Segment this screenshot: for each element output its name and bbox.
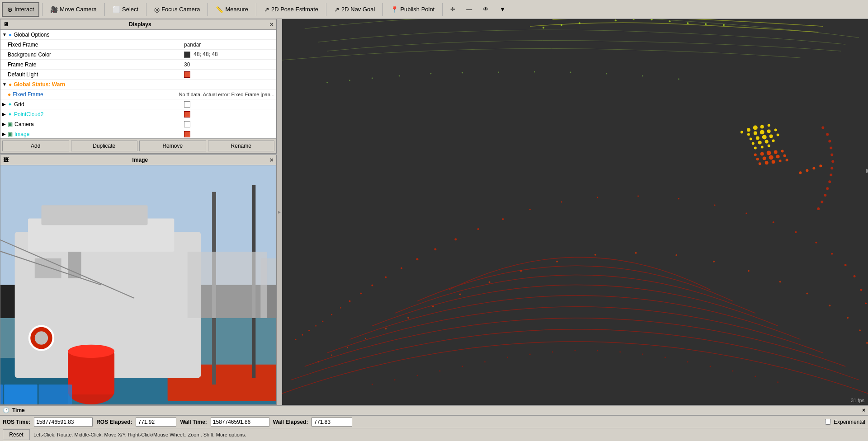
image-viewport[interactable] bbox=[0, 165, 276, 404]
default-light-row[interactable]: Default Light bbox=[0, 70, 276, 80]
svg-point-69 bbox=[556, 261, 558, 263]
fps-display: 31 fps bbox=[851, 398, 864, 403]
add-btn-toolbar[interactable]: ✛ bbox=[445, 2, 460, 17]
publish-point-button[interactable]: 📍 Publish Point bbox=[386, 2, 439, 17]
3d-viewport[interactable]: ▶ 31 fps bbox=[282, 19, 868, 405]
experimental-checkbox[interactable] bbox=[825, 419, 831, 425]
global-status-row[interactable]: ▼ ● Global Status: Warn bbox=[0, 80, 276, 89]
svg-point-33 bbox=[340, 307, 341, 309]
svg-rect-7 bbox=[41, 205, 147, 225]
svg-point-135 bbox=[372, 384, 373, 385]
grid-arrow[interactable]: ▶ bbox=[2, 102, 6, 107]
camera-arrow[interactable]: ▶ bbox=[2, 122, 6, 127]
svg-point-56 bbox=[854, 275, 856, 277]
svg-rect-26 bbox=[282, 19, 868, 405]
svg-point-140 bbox=[484, 361, 486, 362]
svg-point-106 bbox=[774, 150, 778, 154]
image-panel-title: Image bbox=[132, 157, 148, 163]
pointcloud2-row[interactable]: ▶ ✦ PointCloud2 bbox=[0, 109, 276, 119]
svg-point-99 bbox=[772, 139, 775, 142]
svg-point-131 bbox=[826, 187, 829, 190]
svg-point-117 bbox=[786, 159, 788, 161]
measure-button[interactable]: 📏 Measure bbox=[211, 2, 253, 17]
publish-label: Publish Point bbox=[400, 6, 434, 13]
svg-point-196 bbox=[705, 23, 707, 25]
svg-point-77 bbox=[829, 305, 830, 306]
grid-row[interactable]: ▶ ✦ Grid bbox=[0, 99, 276, 109]
ros-elapsed-input[interactable] bbox=[136, 418, 176, 427]
svg-point-146 bbox=[619, 352, 621, 353]
frame-rate-row[interactable]: Frame Rate 30 bbox=[0, 60, 276, 70]
svg-point-60 bbox=[331, 355, 332, 356]
warn-dot: ● bbox=[9, 81, 12, 88]
minus-btn[interactable]: — bbox=[461, 2, 477, 17]
bg-color-row[interactable]: Background Color 48; 48; 48 bbox=[0, 50, 276, 60]
fixed-frame-row[interactable]: Fixed Frame pandar bbox=[0, 40, 276, 50]
svg-point-39 bbox=[416, 258, 419, 260]
svg-point-37 bbox=[385, 277, 387, 278]
remove-button[interactable]: Remove bbox=[139, 141, 206, 151]
sep2 bbox=[104, 3, 105, 16]
rename-button[interactable]: Rename bbox=[208, 141, 275, 151]
svg-point-152 bbox=[755, 375, 756, 377]
svg-point-81 bbox=[741, 131, 743, 134]
svg-point-32 bbox=[331, 314, 332, 315]
svg-point-141 bbox=[507, 357, 508, 358]
svg-point-65 bbox=[432, 305, 434, 307]
svg-point-91 bbox=[750, 138, 752, 141]
expand-arrow[interactable]: ▶ bbox=[866, 167, 868, 174]
eye-btn[interactable]: 👁 bbox=[478, 2, 494, 17]
svg-point-198 bbox=[579, 22, 580, 24]
svg-point-25 bbox=[35, 331, 48, 344]
pose-label: 2D Pose Estimate bbox=[271, 6, 318, 13]
svg-point-133 bbox=[821, 201, 823, 203]
fixed-frame-error-row[interactable]: ● Fixed Frame No tf data. Actual error: … bbox=[0, 89, 276, 99]
interact-button[interactable]: ⊕ Interact bbox=[2, 2, 39, 17]
displays-close-button[interactable]: × bbox=[270, 21, 274, 28]
displays-buttons: Add Duplicate Remove Rename bbox=[0, 138, 276, 153]
svg-point-184 bbox=[462, 72, 463, 73]
select-button[interactable]: ⬜ Select bbox=[108, 2, 143, 17]
svg-point-134 bbox=[817, 207, 820, 210]
chevron-icon: ▼ bbox=[500, 6, 505, 13]
image-row[interactable]: ▶ ▣ Image bbox=[0, 129, 276, 138]
main-content: 🖥 Displays × ▼ ● Global Options Fixed Fr… bbox=[0, 19, 868, 405]
wall-time-input[interactable] bbox=[211, 418, 269, 427]
pc2-cb[interactable] bbox=[184, 111, 190, 117]
svg-point-191 bbox=[615, 19, 617, 21]
global-status-arrow[interactable]: ▼ bbox=[2, 82, 7, 87]
duplicate-button[interactable]: Duplicate bbox=[71, 141, 138, 151]
nav-goal-button[interactable]: ↗ 2D Nav Goal bbox=[329, 2, 380, 17]
time-close-button[interactable]: × bbox=[862, 407, 865, 413]
pose-estimate-button[interactable]: ↗ 2D Pose Estimate bbox=[259, 2, 323, 17]
svg-point-151 bbox=[732, 370, 733, 371]
svg-point-54 bbox=[831, 253, 833, 255]
svg-point-150 bbox=[710, 366, 711, 367]
reset-button[interactable]: Reset bbox=[3, 429, 30, 440]
image-cb[interactable] bbox=[184, 131, 190, 137]
add-display-button[interactable]: Add bbox=[2, 141, 69, 151]
image-panel-close[interactable]: × bbox=[270, 157, 274, 163]
wall-elapsed-input[interactable] bbox=[311, 418, 352, 427]
camera-row[interactable]: ▶ ▣ Camera bbox=[0, 119, 276, 129]
grid-cb[interactable] bbox=[184, 101, 190, 108]
move-camera-button[interactable]: 🎥 Move Camera bbox=[45, 2, 102, 17]
ros-time-input[interactable] bbox=[34, 418, 93, 427]
status-bar: ROS Time: ROS Elapsed: Wall Time: Wall E… bbox=[0, 415, 868, 428]
global-options-arrow[interactable]: ▼ bbox=[2, 32, 7, 37]
camera-cb[interactable] bbox=[184, 121, 190, 127]
pc2-arrow[interactable]: ▶ bbox=[2, 112, 6, 117]
sep3 bbox=[146, 3, 146, 16]
svg-point-194 bbox=[669, 20, 670, 22]
resize-handle[interactable] bbox=[277, 19, 282, 405]
svg-point-144 bbox=[575, 350, 576, 352]
default-light-checkbox[interactable] bbox=[184, 71, 190, 78]
bottom-bar: 🕐 Time × ROS Time: ROS Elapsed: Wall Tim… bbox=[0, 405, 868, 441]
svg-point-142 bbox=[529, 354, 531, 355]
focus-camera-button[interactable]: ◎ Focus Camera bbox=[149, 2, 205, 17]
global-options-label: Global Options bbox=[14, 32, 274, 38]
global-options-row[interactable]: ▼ ● Global Options bbox=[0, 30, 276, 40]
svg-point-45 bbox=[561, 202, 562, 203]
dropdown-btn[interactable]: ▼ bbox=[495, 2, 510, 17]
image-arrow[interactable]: ▶ bbox=[2, 131, 6, 136]
